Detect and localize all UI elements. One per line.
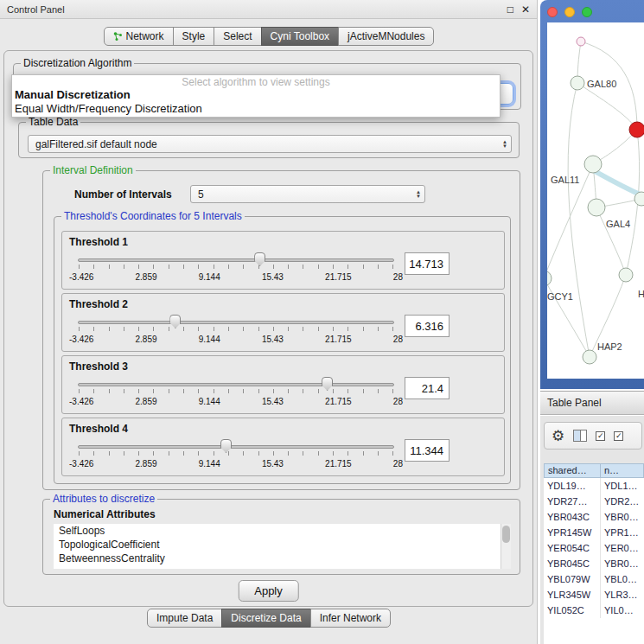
network-node[interactable]	[547, 271, 552, 286]
num-intervals-combobox[interactable]: 5 ▲▼	[190, 185, 425, 203]
combobox-value: galFiltered.sif default node	[35, 138, 157, 150]
slider-scale: -3.4262.8599.14415.4321.71528	[69, 397, 403, 406]
interval-definition-group: Interval Definition Number of Intervals …	[42, 170, 520, 490]
slider-track[interactable]	[78, 258, 394, 262]
tab-style[interactable]: Style	[173, 27, 215, 46]
numerical-attributes-heading: Numerical Attributes	[54, 508, 156, 520]
tab-network[interactable]: Network	[104, 27, 174, 46]
scrollbar[interactable]	[501, 524, 511, 569]
zoom-window-button[interactable]	[582, 7, 592, 17]
table-row[interactable]: YPR145WYPR1…	[544, 525, 644, 540]
combobox-value: 5	[198, 188, 204, 201]
threshold-value-field[interactable]: 6.316	[405, 315, 450, 337]
table-row[interactable]: YLR345WYLR3…	[544, 587, 644, 603]
minimize-window-button[interactable]	[564, 7, 575, 17]
threshold-label: Threshold 1	[69, 236, 128, 248]
table-row[interactable]: YBR045CYBR0…	[544, 556, 644, 571]
columns-icon[interactable]	[573, 430, 587, 442]
table-panel-body: ⚙ ✓ ✓ shared… n… YDL19…YDL1… YDR27…YDR2……	[540, 416, 644, 644]
bottom-tabbar: Impute Data Discretize Data Infer Networ…	[0, 609, 538, 628]
threshold-panel: Threshold 1 -3.4262.8599.14415.4321.7152…	[61, 231, 505, 290]
table-row[interactable]: YBL079WYBL0…	[544, 571, 644, 587]
network-canvas[interactable]: GAL80 GAL11 GAL4 GCY1 HAP2 H	[547, 22, 644, 379]
group-title: Table Data	[26, 116, 80, 128]
table-data-group: Table Data galFiltered.sif default node …	[18, 122, 520, 158]
threshold-slider[interactable]	[78, 375, 394, 394]
dropdown-option[interactable]: Equal Width/Frequency Discretization	[12, 102, 500, 116]
attribute-list[interactable]: SelfLoops TopologicalCoefficient Between…	[54, 524, 511, 569]
network-node[interactable]	[577, 37, 585, 46]
table-row[interactable]: YER054CYER0…	[544, 540, 644, 556]
slider-track[interactable]	[78, 321, 394, 324]
network-node[interactable]	[619, 268, 633, 282]
top-tabbar: Network Style Select Cyni Toolbox jActiv…	[0, 27, 538, 46]
threshold-panel: Threshold 4 -3.4262.8599.14415.4321.7152…	[61, 418, 505, 476]
list-item[interactable]: SelfLoops	[54, 524, 511, 538]
table-panel-title: Table Panel	[547, 397, 602, 409]
network-node[interactable]	[571, 76, 584, 90]
dropdown-prompt: Select algorithm to view settings	[12, 75, 500, 88]
network-node[interactable]	[634, 192, 644, 206]
threshold-label: Threshold 4	[69, 423, 128, 435]
slider-ticks	[79, 327, 393, 331]
network-node[interactable]	[584, 156, 602, 173]
list-item[interactable]: BetweennessCentrality	[54, 552, 511, 565]
group-title: Threshold's Coordinates for 5 Intervals	[61, 210, 245, 222]
group-title: Discretization Algorithm	[21, 57, 134, 69]
table-row[interactable]: YIL052CYIL0…	[544, 603, 644, 618]
threshold-slider[interactable]	[78, 251, 394, 270]
close-icon[interactable]: ✕	[521, 3, 530, 16]
threshold-label: Threshold 3	[69, 360, 128, 373]
gear-icon[interactable]: ⚙	[552, 429, 564, 443]
tab-impute-data[interactable]: Impute Data	[147, 609, 222, 628]
network-node[interactable]	[588, 199, 605, 216]
threshold-panel: Threshold 3 -3.4262.8599.14415.4321.7152…	[61, 355, 505, 414]
group-title: Attributes to discretize	[50, 493, 157, 505]
attributes-group: Attributes to discretize Numerical Attri…	[42, 499, 520, 575]
tab-discretize-data[interactable]: Discretize Data	[221, 609, 310, 628]
table-row[interactable]: YDL19…YDL1…	[544, 478, 644, 494]
threshold-value-field[interactable]: 21.4	[405, 377, 450, 399]
node-label: GCY1	[547, 291, 573, 302]
apply-button[interactable]: Apply	[238, 580, 299, 602]
network-node[interactable]	[583, 350, 596, 364]
stepper-icon: ▲▼	[416, 190, 421, 199]
slider-ticks	[79, 389, 393, 393]
threshold-value-field[interactable]: 14.713	[405, 252, 450, 275]
node-label: GAL11	[551, 175, 579, 185]
node-table: shared… n… YDL19…YDL1… YDR27…YDR2… YBR04…	[544, 463, 644, 644]
checkbox-icon[interactable]: ✓	[596, 431, 605, 441]
tab-cyni-toolbox[interactable]: Cyni Toolbox	[261, 27, 339, 46]
table-header-row: shared… n…	[544, 463, 644, 478]
thresholds-group: Threshold's Coordinates for 5 Intervals …	[54, 216, 511, 484]
list-item[interactable]: TopologicalCoefficient	[54, 538, 511, 552]
threshold-panel: Threshold 2 -3.4262.8599.14415.4321.7152…	[61, 293, 505, 352]
tab-jactivemnodules[interactable]: jActiveMNodules	[338, 27, 434, 46]
dropdown-option[interactable]: Manual Discretization	[12, 88, 500, 102]
scrollbar-thumb[interactable]	[502, 526, 510, 543]
table-data-combobox[interactable]: galFiltered.sif default node ▲▼	[28, 135, 512, 153]
node-label: H	[638, 289, 644, 299]
num-intervals-label: Number of Intervals	[74, 188, 172, 201]
network-node-selected[interactable]	[629, 122, 644, 137]
close-window-button[interactable]	[547, 7, 558, 17]
tab-infer-network[interactable]: Infer Network	[310, 609, 391, 628]
table-toolbar: ⚙ ✓ ✓	[544, 422, 642, 450]
slider-scale: -3.4262.8599.14415.4321.71528	[69, 272, 403, 282]
table-row[interactable]: YBR043CYBR0…	[544, 509, 644, 525]
float-icon[interactable]: □	[507, 3, 513, 16]
threshold-value-field[interactable]: 11.344	[405, 439, 450, 462]
cyni-panel: Discretization Algorithm Select algorith…	[3, 50, 533, 607]
group-title: Interval Definition	[50, 164, 136, 176]
threshold-slider[interactable]	[78, 437, 394, 456]
checkbox-icon[interactable]: ✓	[614, 431, 623, 441]
table-row[interactable]: YDR27…YDR2…	[544, 494, 644, 509]
tab-select[interactable]: Select	[214, 27, 261, 46]
column-header[interactable]: shared…	[544, 463, 601, 478]
slider-track[interactable]	[78, 383, 394, 386]
slider-track[interactable]	[78, 445, 394, 449]
column-header[interactable]: n…	[601, 463, 644, 478]
network-icon	[113, 32, 123, 41]
tab-label: Network	[126, 30, 164, 42]
threshold-slider[interactable]	[78, 313, 394, 332]
